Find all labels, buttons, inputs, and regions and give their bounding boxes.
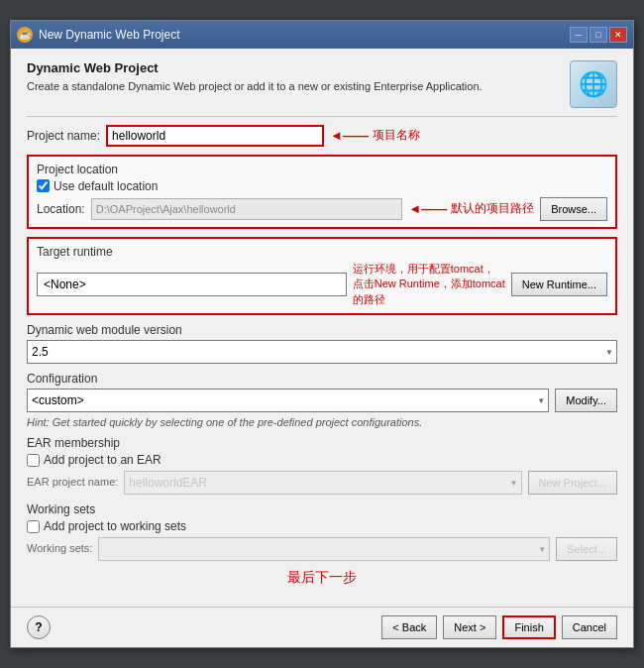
ear-project-row: EAR project name: helloworldEAR New Proj… — [27, 471, 617, 495]
app-icon: ☕ — [17, 27, 33, 43]
footer-annotation: 最后下一步 — [27, 569, 617, 587]
working-sets-add-row: Add project to working sets — [27, 519, 617, 533]
dialog-window: ☕ New Dynamic Web Project ─ □ ✕ Dynamic … — [10, 20, 634, 648]
next-button[interactable]: Next > — [443, 615, 496, 639]
target-runtime-section: Target runtime <None> 运行环境，用于配置tomcat， 点… — [27, 237, 617, 315]
minimize-button[interactable]: ─ — [570, 27, 588, 43]
working-sets-select — [98, 537, 550, 561]
wizard-icon: 🌐 — [570, 60, 617, 108]
configuration-dropdown-wrapper[interactable]: <custom> Default — [27, 389, 549, 412]
maximize-button[interactable]: □ — [590, 27, 607, 43]
working-sets-dropdown-wrapper — [98, 537, 550, 561]
ear-project-select: helloworldEAR — [124, 471, 521, 495]
web-module-select[interactable]: 2.5 3.0 3.1 — [27, 340, 617, 364]
use-default-checkbox-row: Use default location — [37, 179, 607, 193]
runtime-annotation: 运行环境，用于配置tomcat， 点击New Runtime，添加tomcat … — [353, 262, 505, 307]
project-name-section: Project name: ◄—— 项目名称 — [27, 125, 617, 147]
target-runtime-row: <None> 运行环境，用于配置tomcat， 点击New Runtime，添加… — [37, 262, 607, 307]
project-name-annotation-container: ◄—— 项目名称 — [330, 127, 420, 144]
project-location-section: Project location Use default location Lo… — [27, 155, 617, 229]
configuration-select[interactable]: <custom> Default — [27, 389, 549, 412]
ear-section: EAR membership Add project to an EAR EAR… — [27, 436, 617, 495]
configuration-row: <custom> Default Modify... — [27, 389, 617, 412]
location-input — [91, 198, 403, 220]
header-section: Dynamic Web Project Create a standalone … — [27, 60, 570, 106]
config-hint: Hint: Get started quickly by selecting o… — [27, 416, 617, 428]
ear-label: EAR membership — [27, 436, 617, 450]
finish-button[interactable]: Finish — [502, 615, 555, 639]
select-button: Select... — [556, 537, 617, 561]
working-sets-section: Working sets Add project to working sets… — [27, 502, 617, 561]
target-runtime-display: <None> — [37, 273, 347, 296]
footer-buttons: < Back Next > Finish Cancel — [381, 615, 617, 639]
project-location-label: Project location — [37, 163, 607, 176]
new-project-button: New Project... — [528, 471, 617, 495]
project-name-label: Project name: — [27, 129, 100, 143]
working-sets-label2: Working sets: — [27, 542, 92, 554]
modify-button[interactable]: Modify... — [555, 389, 617, 412]
wizard-description: Create a standalone Dynamic Web project … — [27, 79, 570, 94]
title-bar: ☕ New Dynamic Web Project ─ □ ✕ — [11, 21, 633, 49]
new-runtime-button[interactable]: New Runtime... — [511, 273, 607, 296]
working-sets-label: Working sets — [27, 502, 617, 516]
ear-add-row: Add project to an EAR — [27, 453, 617, 467]
use-default-label: Use default location — [54, 179, 158, 193]
configuration-label: Configuration — [27, 372, 617, 386]
browse-button[interactable]: Browse... — [540, 197, 607, 221]
working-sets-row: Working sets: Select... — [27, 537, 617, 561]
cancel-button[interactable]: Cancel — [562, 615, 617, 639]
dialog-footer: ? < Back Next > Finish Cancel — [11, 607, 633, 647]
use-default-checkbox[interactable] — [37, 179, 50, 192]
add-working-sets-label: Add project to working sets — [44, 519, 186, 533]
target-runtime-label: Target runtime — [37, 245, 607, 259]
location-annotation-container: ◄—— 默认的项目路径 — [408, 200, 534, 217]
web-module-label: Dynamic web module version — [27, 323, 617, 337]
configuration-section: Configuration <custom> Default Modify...… — [27, 372, 617, 428]
project-name-annotation: 项目名称 — [373, 127, 420, 144]
back-button[interactable]: < Back — [381, 615, 437, 639]
ear-project-name-label: EAR project name: — [27, 476, 118, 488]
window-controls: ─ □ ✕ — [570, 27, 627, 43]
location-label: Location: — [37, 202, 85, 216]
working-sets-checkbox[interactable] — [27, 520, 40, 533]
dialog-title: New Dynamic Web Project — [39, 28, 180, 42]
project-name-input[interactable] — [106, 125, 324, 147]
close-button[interactable]: ✕ — [609, 27, 627, 43]
wizard-title: Dynamic Web Project — [27, 60, 570, 75]
ear-add-label: Add project to an EAR — [44, 453, 161, 467]
web-module-section: Dynamic web module version 2.5 3.0 3.1 — [27, 323, 617, 364]
location-annotation: 默认的项目路径 — [451, 200, 534, 217]
project-name-arrow: ◄—— — [330, 128, 369, 143]
ear-project-dropdown-wrapper: helloworldEAR — [124, 471, 521, 495]
ear-checkbox[interactable] — [27, 454, 40, 467]
help-button[interactable]: ? — [27, 615, 51, 639]
header-divider — [27, 116, 617, 117]
location-row: Location: ◄—— 默认的项目路径 Browse... — [37, 197, 607, 221]
title-bar-left: ☕ New Dynamic Web Project — [17, 27, 180, 43]
main-content: Dynamic Web Project Create a standalone … — [11, 49, 633, 607]
web-module-dropdown-wrapper[interactable]: 2.5 3.0 3.1 — [27, 340, 617, 364]
location-arrow: ◄—— — [408, 201, 447, 216]
